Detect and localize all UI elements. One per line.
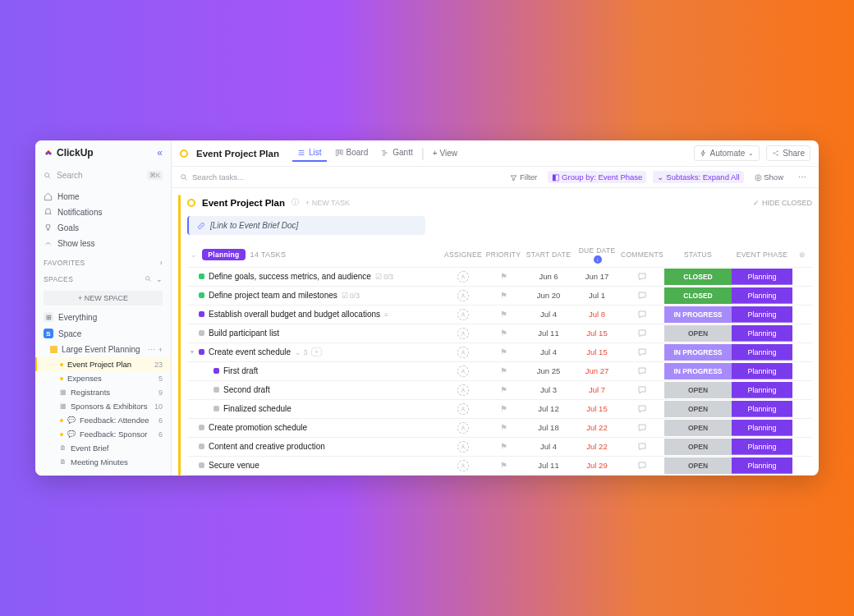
share-button[interactable]: Share: [766, 145, 810, 161]
due-date-cell[interactable]: Jul 29: [574, 461, 620, 470]
status-cell[interactable]: OPEN: [664, 382, 732, 398]
priority-cell[interactable]: ⚑: [484, 272, 523, 281]
task-row[interactable]: Content and creative production⚑Jul 4Jul…: [187, 437, 812, 456]
tab-board[interactable]: Board: [330, 145, 374, 162]
assignee-cell[interactable]: [443, 290, 484, 301]
phase-cell[interactable]: Planning: [732, 287, 792, 304]
priority-cell[interactable]: ⚑: [484, 310, 523, 319]
task-row[interactable]: ▾Create event schedule ⌄ 3 +⚑Jul 4Jul 15…: [187, 342, 812, 361]
sidebar-list-item[interactable]: Expenses5: [35, 371, 171, 385]
folder-row[interactable]: Large Event Planning ⋯ +: [35, 342, 171, 357]
priority-cell[interactable]: ⚑: [484, 291, 523, 300]
start-date-cell[interactable]: Jul 4: [523, 310, 574, 319]
phase-cell[interactable]: Planning: [732, 363, 792, 379]
filter-button[interactable]: Filter: [506, 171, 541, 183]
sidebar-doc-item[interactable]: 🗎Meeting Minutes: [35, 455, 171, 469]
sidebar-list-item[interactable]: 💬Feedback: Attendee6: [35, 413, 171, 427]
status-cell[interactable]: CLOSED: [664, 269, 732, 285]
due-date-cell[interactable]: Jul 7: [574, 385, 620, 394]
priority-cell[interactable]: ⚑: [484, 442, 523, 451]
assignee-cell[interactable]: [443, 384, 484, 396]
status-square-icon[interactable]: [199, 349, 204, 355]
start-date-cell[interactable]: Jul 4: [523, 347, 574, 356]
priority-cell[interactable]: ⚑: [484, 404, 523, 413]
col-assignee[interactable]: ASSIGNEE: [443, 251, 484, 259]
automate-button[interactable]: Automate ⌄: [694, 145, 760, 161]
start-date-cell[interactable]: Jul 4: [523, 442, 574, 451]
sidebar-list-item[interactable]: ▦Registrants9: [35, 385, 171, 399]
assignee-cell[interactable]: [443, 460, 484, 471]
status-square-icon[interactable]: [199, 462, 204, 468]
task-row[interactable]: Define goals, success metrics, and audie…: [187, 267, 812, 286]
start-date-cell[interactable]: Jun 25: [523, 366, 574, 375]
comments-cell[interactable]: [620, 328, 664, 338]
due-date-cell[interactable]: Jul 22: [574, 442, 620, 451]
comments-cell[interactable]: [620, 441, 664, 451]
chevron-down-icon[interactable]: ⌄: [156, 275, 163, 283]
comments-cell[interactable]: [620, 460, 664, 470]
add-column-button[interactable]: ⊕: [792, 251, 812, 259]
comments-cell[interactable]: [620, 290, 664, 300]
sidebar-list-item[interactable]: ▦Sponsors & Exhibitors10: [35, 399, 171, 413]
start-date-cell[interactable]: Jul 12: [523, 404, 574, 413]
assignee-cell[interactable]: [443, 309, 484, 320]
collapse-group-icon[interactable]: ⌄: [191, 251, 197, 259]
hide-closed-toggle[interactable]: ✓ HIDE CLOSED: [753, 199, 812, 207]
priority-cell[interactable]: ⚑: [484, 461, 523, 470]
task-row[interactable]: Establish overall budget and budget allo…: [187, 305, 812, 324]
linked-doc-block[interactable]: [Link to Event Brief Doc]: [187, 216, 425, 235]
start-date-cell[interactable]: Jun 20: [523, 291, 574, 300]
tab-list[interactable]: List: [292, 145, 327, 162]
assignee-cell[interactable]: [443, 271, 484, 283]
due-date-cell[interactable]: Jul 22: [574, 423, 620, 432]
priority-cell[interactable]: ⚑: [484, 366, 523, 375]
task-row[interactable]: ▾Secure sponsors ⌄ 2 +⚑Jul 11Jul 29OPENP…: [187, 475, 812, 476]
subtasks-chip[interactable]: ⌄ Subtasks: Expand All: [653, 171, 743, 183]
due-date-cell[interactable]: Jul 1: [574, 291, 620, 300]
status-cell[interactable]: OPEN: [664, 457, 732, 474]
status-cell[interactable]: OPEN: [664, 401, 732, 417]
status-square-icon[interactable]: [199, 311, 204, 317]
favorites-section[interactable]: FAVORITES ›: [35, 255, 171, 271]
priority-cell[interactable]: ⚑: [484, 423, 523, 432]
due-date-cell[interactable]: Jul 15: [574, 329, 620, 338]
due-date-cell[interactable]: Jul 8: [574, 310, 620, 319]
nav-home[interactable]: Home: [35, 189, 171, 205]
sidebar-collapse-icon[interactable]: «: [157, 147, 163, 159]
new-space-button[interactable]: + NEW SPACE: [44, 291, 163, 306]
due-date-cell[interactable]: Jul 15: [574, 404, 620, 413]
more-icon[interactable]: ⋯: [148, 346, 155, 354]
phase-cell[interactable]: Planning: [732, 420, 792, 436]
due-date-cell[interactable]: Jun 27: [574, 366, 620, 375]
info-icon[interactable]: ⓘ: [292, 197, 299, 208]
nav-goals[interactable]: Goals: [35, 220, 171, 236]
phase-cell[interactable]: Planning: [732, 457, 792, 474]
task-row[interactable]: First draft⚑Jun 25Jun 27IN PROGRESSPlann…: [187, 361, 812, 380]
phase-cell[interactable]: Planning: [732, 269, 792, 285]
col-status[interactable]: STATUS: [664, 251, 732, 259]
status-cell[interactable]: IN PROGRESS: [664, 363, 732, 379]
start-date-cell[interactable]: Jul 18: [523, 423, 574, 432]
col-due[interactable]: DUE DATE ↓: [574, 246, 620, 264]
phase-cell[interactable]: Planning: [732, 401, 792, 417]
status-cell[interactable]: OPEN: [664, 325, 732, 342]
priority-cell[interactable]: ⚑: [484, 385, 523, 394]
task-row[interactable]: Define project team and milestones ☑ 0/3…: [187, 286, 812, 305]
comments-cell[interactable]: [620, 384, 664, 394]
chevron-down-icon[interactable]: ▾: [191, 348, 194, 356]
add-view-button[interactable]: + View: [428, 145, 462, 161]
assignee-cell[interactable]: [443, 328, 484, 339]
status-cell[interactable]: CLOSED: [664, 287, 732, 304]
comments-cell[interactable]: [620, 271, 664, 281]
start-date-cell[interactable]: Jul 3: [523, 385, 574, 394]
assignee-cell[interactable]: [443, 347, 484, 358]
sidebar-doc-item[interactable]: 🗎Event Brief: [35, 441, 171, 455]
comments-cell[interactable]: [620, 422, 664, 432]
status-square-icon[interactable]: [199, 425, 204, 430]
status-square-icon[interactable]: [199, 330, 204, 336]
task-row[interactable]: Build participant list⚑Jul 11Jul 15OPENP…: [187, 324, 812, 342]
nav-show-less[interactable]: Show less: [35, 236, 171, 251]
start-date-cell[interactable]: Jul 11: [523, 329, 574, 338]
task-row[interactable]: Secure venue⚑Jul 11Jul 29OPENPlanning: [187, 456, 812, 475]
priority-cell[interactable]: ⚑: [484, 347, 523, 356]
